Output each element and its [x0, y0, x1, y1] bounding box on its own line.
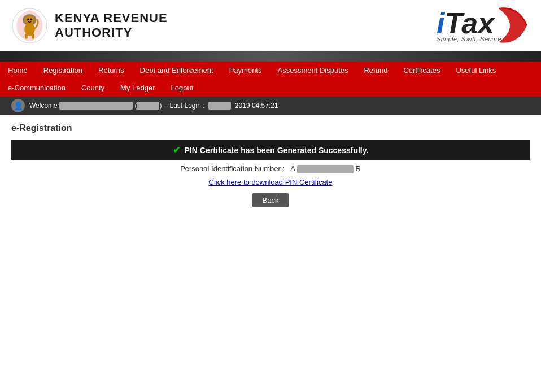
- nav-debt[interactable]: Debt and Enforcement: [132, 62, 221, 79]
- main-nav: Home Registration Returns Debt and Enfor…: [0, 62, 541, 97]
- nav-assessment[interactable]: Assessment Disputes: [269, 62, 356, 79]
- kra-name: Kenya Revenue Authority: [55, 11, 168, 41]
- download-pin-link[interactable]: Click here to download PIN Certificate: [11, 178, 530, 186]
- nav-payments[interactable]: Payments: [221, 62, 270, 79]
- nav-returns[interactable]: Returns: [90, 62, 132, 79]
- nav-ecommunication[interactable]: e-Communication: [0, 79, 73, 97]
- success-checkmark-icon: ✔: [173, 145, 180, 155]
- kra-logo: Kenya Revenue Authority: [11, 7, 168, 44]
- pin-value-end: R: [355, 164, 360, 173]
- svg-point-4: [27, 18, 29, 20]
- page-title: e-Registration: [11, 123, 530, 133]
- pin-middle-redacted: [297, 165, 354, 173]
- nav-logout[interactable]: Logout: [163, 79, 202, 97]
- itax-tax: Tax: [444, 7, 494, 40]
- welcome-bar: 👤 Welcome ( ) - Last Login : 2019 04:57:…: [0, 97, 541, 115]
- nav-refund[interactable]: Refund: [356, 62, 395, 79]
- nav-useful-links[interactable]: Useful Links: [448, 62, 504, 79]
- login-date-redacted: [208, 102, 231, 110]
- nav-row-2: e-Communication County My Ledger Logout: [0, 79, 541, 97]
- main-content: e-Registration ✔ PIN Certificate has bee…: [0, 115, 541, 216]
- pin-value-start: A: [290, 164, 295, 173]
- success-message-box: ✔ PIN Certificate has been Generated Suc…: [11, 140, 530, 160]
- itax-tagline: Simple, Swift, Secure: [437, 36, 501, 42]
- success-message-text: PIN Certificate has been Generated Succe…: [185, 146, 369, 155]
- itax-swoosh-icon: [496, 6, 530, 45]
- user-avatar-icon: 👤: [11, 99, 25, 112]
- kra-shield-icon: [11, 7, 48, 44]
- welcome-text: Welcome ( ) - Last Login : 2019 04:57:21: [29, 102, 278, 110]
- nav-my-ledger[interactable]: My Ledger: [112, 79, 163, 97]
- svg-point-5: [30, 18, 32, 20]
- username-redacted: [59, 102, 133, 110]
- back-button[interactable]: Back: [252, 193, 289, 207]
- svg-rect-7: [25, 33, 28, 38]
- nav-home[interactable]: Home: [0, 62, 36, 79]
- header: Kenya Revenue Authority iTax Simple, Swi…: [0, 0, 541, 51]
- nav-registration[interactable]: Registration: [36, 62, 90, 79]
- decorative-bar: [0, 51, 541, 62]
- itax-logo: iTax Simple, Swift, Secure: [437, 6, 530, 45]
- pin-info-row: Personal Identification Number : A R: [11, 160, 530, 178]
- svg-point-3: [25, 15, 34, 24]
- nav-certificates[interactable]: Certificates: [395, 62, 448, 79]
- back-button-wrapper: Back: [11, 193, 530, 207]
- account-redacted: [137, 102, 159, 110]
- nav-row-1: Home Registration Returns Debt and Enfor…: [0, 62, 541, 79]
- nav-county[interactable]: County: [73, 79, 112, 97]
- itax-i: i: [437, 7, 444, 40]
- svg-rect-8: [32, 33, 34, 38]
- pin-label: Personal Identification Number :: [180, 164, 285, 173]
